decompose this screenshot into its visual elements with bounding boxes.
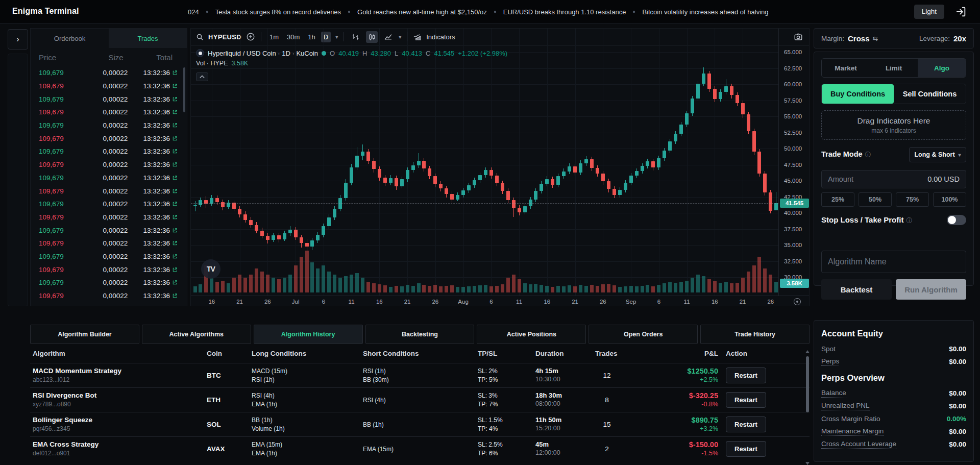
candle-body [540,184,543,191]
restart-button[interactable]: Restart [726,441,766,457]
tab-orderbook[interactable]: Orderbook [31,29,109,48]
trade-price: 109,679 [39,69,87,77]
theme-toggle-button[interactable]: Light [914,5,944,19]
legend-open-value: 40.419 [338,50,359,57]
account-row-label[interactable]: Maintenance Margin [821,427,884,436]
tp-sl-values: SL: 2.5%TP: 6% [478,440,534,458]
bottom-tab-trade-history[interactable]: Trade History [700,325,810,344]
restart-button[interactable]: Restart [726,392,766,408]
trade-row[interactable]: 109,6790,0002213:32:36 [31,276,187,289]
bottom-tab-algorithm-history[interactable]: Algorithm History [254,325,363,344]
coin-symbol: SOL [207,421,248,428]
account-row-label[interactable]: Cross Account Leverage [821,440,896,449]
table-row[interactable]: Bollinger Squeezepqr456...z345SOLBB (1h)… [30,412,810,436]
trade-row[interactable]: 109,6790,0002213:32:36 [31,119,187,132]
trade-row[interactable]: 109,6790,0002213:32:36 [31,66,187,80]
trade-row[interactable]: 109,6790,0002213:32:36 [31,289,187,303]
trade-time: 13:32:36 [143,148,179,155]
trades-count: 15 [586,421,627,428]
restart-button[interactable]: Restart [726,417,766,432]
time-tick-label: Sep [626,299,636,305]
algorithm-name-input[interactable]: Algorithm Name [821,251,966,273]
trade-row[interactable]: 109,6790,0002213:32:36 [31,224,187,237]
trade-row[interactable]: 109,6790,0002213:32:36 [31,145,187,158]
trade-row[interactable]: 109,6790,0002213:32:36 [31,158,187,172]
candle-body [305,243,309,246]
swap-margin-icon[interactable]: ⇆ [873,35,878,42]
trade-mode-select[interactable]: Long & Short ▾ [909,147,966,162]
margin-mode-value[interactable]: Cross [848,34,870,43]
tab-trades[interactable]: Trades [109,29,187,48]
buy-conditions-tab[interactable]: Buy Conditions [822,84,894,104]
trade-row[interactable]: 109,6790,0002213:32:36 [31,263,187,276]
price-axis[interactable]: 65.00062.50060.00057.50055.00052.50050.0… [778,29,810,296]
candle-body [551,179,554,184]
sell-conditions-tab[interactable]: Sell Conditions [894,84,966,104]
percent-button-100[interactable]: 100% [933,192,966,207]
trade-price: 109,679 [39,305,87,306]
time-tick-label: 16 [376,299,383,305]
trade-time: 13:32:36 [143,174,179,182]
leverage-value[interactable]: 20x [953,34,966,43]
bottom-tab-backtesting[interactable]: Backtesting [365,325,475,344]
bottom-tab-active-algorithms[interactable]: Active Algorithms [142,325,251,344]
percent-button-75[interactable]: 75% [896,192,929,207]
volume-bar [774,282,778,292]
account-row-label[interactable]: Unrealized PNL [821,402,870,410]
sidebar-expand-button[interactable]: › [8,29,28,50]
candlestick-plot[interactable] [191,29,778,296]
table-scrollbar[interactable] [805,350,810,465]
external-link-icon [172,228,178,233]
trade-time: 13:32:36 [143,135,179,142]
percent-button-50[interactable]: 50% [859,192,892,207]
trade-price: 109,679 [39,148,87,155]
trade-row[interactable]: 109,6790,0002213:32:36 [31,198,187,211]
axis-settings-icon[interactable] [794,298,801,305]
volume-bar [562,286,566,292]
legend-symbol: Hyperliquid / USD Coin · 1D · KuCoin [208,50,318,57]
bottom-tab-algorithm-builder[interactable]: Algorithm Builder [30,325,139,344]
trade-row[interactable]: 109,6790,0002213:32:36 [31,92,187,106]
tab-limit[interactable]: Limit [870,59,918,77]
tab-algo[interactable]: Algo [918,59,966,77]
trade-row[interactable]: 109,6790,0002213:32:36 [31,302,187,306]
trade-row[interactable]: 109,6790,0002213:32:36 [31,184,187,198]
trade-row[interactable]: 109,6790,0002213:32:36 [31,237,187,250]
trades-scrollbar[interactable] [183,67,185,112]
trade-row[interactable]: 109,6790,0002213:32:36 [31,132,187,145]
restart-button[interactable]: Restart [726,368,766,383]
candle-body [719,92,722,99]
scroll-down-icon[interactable] [805,462,810,465]
backtest-button[interactable]: Backtest [821,279,892,300]
trade-row[interactable]: 109,6790,0002213:32:36 [31,211,187,224]
bottom-tab-open-orders[interactable]: Open Orders [589,325,698,344]
run-algorithm-button[interactable]: Run Algorithm [896,279,966,300]
sl-tp-toggle[interactable] [947,215,966,225]
trade-row[interactable]: 109,6790,0002213:32:36 [31,80,187,93]
table-row[interactable]: RSI Divergence Botxyz789...o890ETHRSI (4… [30,387,810,412]
legend-collapse-button[interactable] [196,72,208,81]
tab-market[interactable]: Market [822,59,870,77]
table-row[interactable]: MACD Momentum Strategyabc123...l012BTCMA… [30,363,810,387]
time-axis[interactable]: 162126Jul611162126Aug611162126Sep6111621… [191,296,810,306]
trade-row[interactable]: 109,6790,0002213:32:36 [31,106,187,119]
bottom-tab-active-positions[interactable]: Active Positions [477,325,586,344]
account-row-label[interactable]: Balance [821,389,846,398]
table-row[interactable]: EMA Cross Strategydef012...o901AVAXEMA (… [30,436,810,461]
scroll-up-icon[interactable] [805,350,810,353]
logout-icon[interactable] [955,6,967,17]
candle-body [193,205,197,207]
candle-body [668,141,672,151]
trade-row[interactable]: 109,6790,0002213:32:36 [31,250,187,263]
percent-button-25[interactable]: 25% [821,192,854,207]
account-row-label[interactable]: Perps [821,357,839,366]
trade-row[interactable]: 109,6790,0002213:32:36 [31,172,187,185]
table-header-tp-sl: TP/SL [478,350,497,357]
col-total: Total [144,53,179,62]
amount-input[interactable]: Amount 0.00 USD [821,170,966,188]
margin-label: Margin: [821,35,844,42]
indicator-drop-zone[interactable]: Drag Indicators Here max 6 indicators [821,110,966,140]
volume-bar [624,286,627,292]
volume-tag: 3.58K [780,279,809,288]
scrollbar-thumb[interactable] [806,356,809,412]
